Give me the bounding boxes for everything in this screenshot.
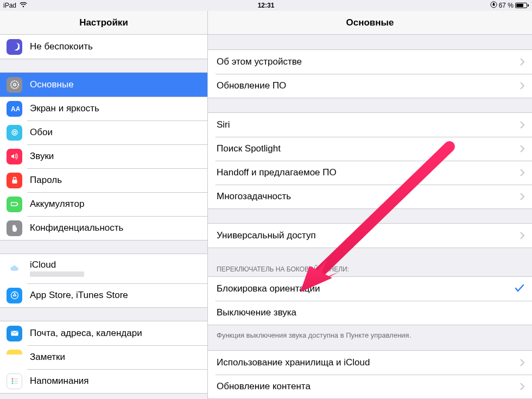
sidebar-item-label: Напоминания (30, 376, 200, 387)
sidebar-item-privacy[interactable]: Конфиденциальность (0, 216, 207, 240)
sidebar-item-notes[interactable]: Заметки (0, 345, 207, 369)
row-label: Обновление ПО (217, 80, 520, 91)
row-label: Поиск Spotlight (217, 143, 520, 154)
row-storage[interactable]: Использование хранилища и iCloud (208, 351, 532, 375)
sidebar-item-appstore[interactable]: App Store, iTunes Store (0, 283, 207, 307)
row-label: Многозадачность (217, 191, 520, 202)
row-label: Handoff и предлагаемое ПО (217, 167, 520, 178)
row-label: Об этом устройстве (217, 56, 520, 67)
moon-icon (7, 39, 22, 55)
appstore-icon (7, 288, 22, 303)
settings-sidebar: Настройки Не беспокоить Основные (0, 11, 208, 399)
row-siri[interactable]: Siri (208, 113, 532, 137)
mail-icon (7, 326, 22, 341)
sidebar-item-label: App Store, iTunes Store (30, 290, 200, 301)
svg-point-11 (11, 378, 13, 380)
row-lock-rotation[interactable]: Блокировка ориентации (208, 277, 532, 301)
orientation-lock-icon (490, 1, 497, 10)
row-label: Siri (217, 119, 520, 130)
sidebar-item-general[interactable]: Основные (0, 73, 207, 97)
chevron-right-icon (520, 193, 524, 200)
battery-icon (7, 197, 22, 212)
svg-point-12 (11, 381, 13, 382)
row-multitasking[interactable]: Многозадачность (208, 185, 532, 208)
row-label: Использование хранилища и iCloud (217, 357, 520, 368)
row-software-update[interactable]: Обновление ПО (208, 74, 532, 98)
wallpaper-icon (7, 125, 22, 141)
sidebar-item-label: Конфиденциальность (30, 223, 200, 233)
chevron-right-icon (520, 121, 524, 129)
chevron-right-icon (520, 82, 524, 90)
detail-pane: Основные Об этом устройстве Обновление П… (208, 11, 532, 399)
icloud-account (30, 271, 200, 278)
svg-point-1 (11, 81, 18, 88)
hand-icon (7, 220, 22, 236)
svg-text:AA: AA (11, 105, 20, 113)
sidebar-item-label: Не беспокоить (30, 41, 200, 52)
icloud-icon (7, 261, 22, 277)
gear-icon (7, 77, 22, 93)
svg-point-13 (11, 383, 13, 384)
battery-percent: 67 % (499, 2, 514, 9)
chevron-right-icon (520, 58, 524, 66)
sidebar-item-icloud[interactable]: iCloud (0, 254, 207, 283)
sidebar-item-wallpaper[interactable]: Обои (0, 121, 207, 144)
status-bar: iPad 12:31 67 % (0, 0, 532, 11)
sidebar-item-label: Звуки (30, 151, 200, 162)
side-switch-footer: Функция выключения звука доступна в Пунк… (208, 327, 532, 350)
row-label: Обновление контента (217, 381, 520, 392)
row-spotlight[interactable]: Поиск Spotlight (208, 137, 532, 161)
chevron-right-icon (520, 232, 524, 239)
sidebar-title: Настройки (0, 11, 207, 35)
svg-rect-8 (17, 204, 18, 205)
sidebar-item-sounds[interactable]: Звуки (0, 144, 207, 168)
sidebar-item-label: Обои (30, 127, 200, 138)
side-switch-header: ПЕРЕКЛЮЧАТЕЛЬ НА БОКОВОЙ ПАНЕЛИ: (208, 262, 532, 276)
row-label: Выключение звука (217, 307, 524, 318)
row-accessibility[interactable]: Универсальный доступ (208, 224, 532, 248)
svg-point-5 (13, 131, 15, 134)
battery-icon (515, 3, 529, 8)
sidebar-item-label: Экран и яркость (30, 103, 200, 114)
row-about[interactable]: Об этом устройстве (208, 50, 532, 74)
sidebar-item-display[interactable]: AA Экран и яркость (0, 97, 207, 121)
speaker-icon (7, 149, 22, 164)
display-icon: AA (7, 101, 22, 117)
svg-point-2 (13, 84, 15, 86)
lock-icon (7, 173, 22, 188)
chevron-right-icon (520, 145, 524, 153)
sidebar-item-battery[interactable]: Аккумулятор (0, 192, 207, 216)
chevron-right-icon (520, 383, 524, 390)
row-handoff[interactable]: Handoff и предлагаемое ПО (208, 161, 532, 185)
sidebar-item-label: Пароль (30, 175, 200, 186)
wifi-icon (20, 2, 27, 9)
sidebar-item-label: Аккумулятор (30, 199, 200, 210)
reminders-icon (7, 373, 22, 389)
detail-title: Основные (208, 11, 532, 35)
chevron-right-icon (520, 169, 524, 176)
svg-rect-7 (11, 202, 17, 206)
device-label: iPad (3, 2, 16, 9)
svg-rect-6 (12, 180, 17, 183)
row-label: Блокировка ориентации (217, 283, 515, 294)
row-background-refresh[interactable]: Обновление контента (208, 375, 532, 398)
notes-icon (7, 350, 22, 365)
status-time: 12:31 (258, 2, 275, 9)
sidebar-item-reminders[interactable]: Напоминания (0, 369, 207, 393)
sidebar-item-label: iCloud (30, 259, 200, 270)
sidebar-item-mail[interactable]: Почта, адреса, календари (0, 321, 207, 345)
sidebar-item-dnd[interactable]: Не беспокоить (0, 35, 207, 59)
row-label: Универсальный доступ (217, 230, 520, 241)
sidebar-item-label: Заметки (30, 352, 200, 363)
check-icon (515, 283, 524, 295)
sidebar-item-passcode[interactable]: Пароль (0, 168, 207, 192)
row-mute[interactable]: Выключение звука (208, 301, 532, 325)
sidebar-item-label: Основные (30, 79, 200, 90)
chevron-right-icon (520, 359, 524, 366)
sidebar-item-label: Почта, адреса, календари (30, 328, 200, 339)
svg-point-4 (12, 130, 17, 135)
